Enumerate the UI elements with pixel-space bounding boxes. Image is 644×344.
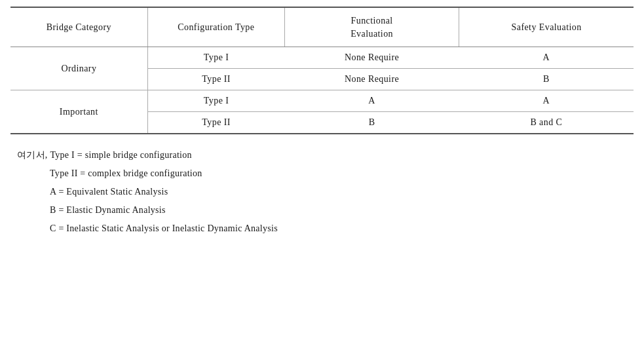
- safety-2b: B and C: [459, 112, 634, 134]
- functional-2a: None Require: [284, 69, 459, 90]
- main-table: Bridge Category Configuration Type Funct…: [10, 7, 634, 134]
- functional-1b: A: [284, 90, 459, 112]
- header-safety: Safety Evaluation: [459, 7, 634, 47]
- config-type-2a: Type II: [147, 69, 284, 90]
- note-line-4: C = Inelastic Static Analysis or Inelast…: [17, 220, 634, 238]
- table-row: Ordinary Type I None Require A: [10, 47, 634, 69]
- note-line-1: Type II = complex bridge configuration: [17, 164, 634, 183]
- safety-1a: A: [459, 47, 634, 69]
- notes-section: 여기서, Type I = simple bridge configuratio…: [10, 146, 634, 238]
- functional-1a: None Require: [284, 47, 459, 69]
- table-row: Important Type I A A: [10, 90, 634, 112]
- header-functional: FunctionalEvaluation: [284, 7, 459, 47]
- note-line-3: B = Elastic Dynamic Analysis: [17, 201, 634, 220]
- note-intro: 여기서, Type I = simple bridge configuratio…: [17, 146, 634, 164]
- note-line-2: A = Equivalent Static Analysis: [17, 183, 634, 201]
- config-type-1b: Type I: [147, 90, 284, 112]
- category-important: Important: [10, 90, 147, 134]
- config-type-1a: Type I: [147, 47, 284, 69]
- safety-1b: A: [459, 90, 634, 112]
- category-ordinary: Ordinary: [10, 47, 147, 90]
- safety-2a: B: [459, 69, 634, 90]
- header-config: Configuration Type: [147, 7, 284, 47]
- functional-2b: B: [284, 112, 459, 134]
- config-type-2b: Type II: [147, 112, 284, 134]
- header-category: Bridge Category: [10, 7, 147, 47]
